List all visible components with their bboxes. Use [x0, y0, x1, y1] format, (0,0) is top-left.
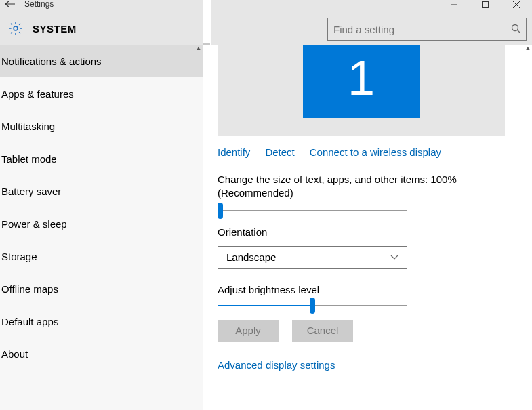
- sidebar-scroll-up-icon[interactable]: ▲: [195, 45, 203, 54]
- monitor-number: 1: [348, 50, 375, 106]
- sidebar-item-power-sleep[interactable]: Power & sleep: [0, 207, 203, 240]
- sidebar-item-label: Default apps: [1, 316, 58, 327]
- sidebar-item-storage[interactable]: Storage: [0, 240, 203, 272]
- sidebar-item-about[interactable]: About: [0, 337, 203, 370]
- detect-link[interactable]: Detect: [265, 146, 294, 158]
- sidebar-item-default-apps[interactable]: Default apps: [0, 305, 203, 337]
- orientation-dropdown[interactable]: Landscape: [218, 246, 407, 269]
- sidebar-item-label: Offline maps: [1, 283, 58, 295]
- title-bar: Settings: [0, 0, 532, 12]
- scale-slider[interactable]: [218, 210, 407, 211]
- svg-line-6: [518, 30, 520, 33]
- settings-icon: [7, 20, 24, 37]
- maximize-button[interactable]: [470, 0, 501, 11]
- sidebar: ▲ Notifications & actions Apps & feature…: [0, 45, 203, 410]
- apply-cancel-row: Apply Cancel: [218, 320, 532, 342]
- svg-point-5: [512, 24, 518, 30]
- brightness-label: Adjust brightness level: [218, 284, 532, 295]
- content-scroll-up-icon[interactable]: ▲: [524, 45, 532, 54]
- sidebar-item-tablet-mode[interactable]: Tablet mode: [0, 142, 203, 175]
- sidebar-item-battery-saver[interactable]: Battery saver: [0, 175, 203, 207]
- scale-label: Change the size of text, apps, and other…: [218, 173, 502, 201]
- sidebar-item-offline-maps[interactable]: Offline maps: [0, 272, 203, 305]
- svg-rect-1: [483, 2, 489, 8]
- sidebar-item-label: About: [1, 348, 28, 360]
- sidebar-item-label: Multitasking: [1, 121, 55, 132]
- sidebar-item-label: Notifications & actions: [1, 56, 102, 67]
- sidebar-item-label: Battery saver: [1, 186, 61, 197]
- chevron-down-icon: [390, 253, 398, 262]
- brightness-slider[interactable]: [218, 305, 407, 306]
- sidebar-item-apps-features[interactable]: Apps & features: [0, 77, 203, 110]
- orientation-value: Landscape: [226, 251, 276, 263]
- window-controls: [438, 0, 532, 11]
- search-box[interactable]: [327, 18, 527, 41]
- sidebar-item-label: Power & sleep: [1, 218, 67, 230]
- display-links-row: Identify Detect Connect to a wireless di…: [218, 146, 532, 158]
- search-input[interactable]: [333, 24, 511, 35]
- search-icon: [511, 24, 520, 35]
- identify-link[interactable]: Identify: [218, 146, 250, 158]
- display-preview: 1: [218, 45, 505, 136]
- sidebar-item-label: Apps & features: [1, 88, 74, 100]
- sidebar-item-label: Tablet mode: [1, 153, 57, 165]
- orientation-label: Orientation: [218, 226, 532, 238]
- sidebar-item-multitasking[interactable]: Multitasking: [0, 110, 203, 142]
- page-title: SYSTEM: [33, 23, 77, 35]
- advanced-display-link[interactable]: Advanced display settings: [218, 359, 335, 371]
- back-button[interactable]: [0, 0, 20, 8]
- cancel-button[interactable]: Cancel: [292, 320, 353, 342]
- svg-point-4: [14, 26, 18, 30]
- monitor-tile[interactable]: 1: [303, 45, 420, 118]
- close-button[interactable]: [501, 0, 532, 11]
- sidebar-item-label: Storage: [1, 251, 37, 262]
- content-pane: ▲ 1 Identify Detect Connect to a wireles…: [203, 45, 532, 410]
- sidebar-item-notifications[interactable]: Notifications & actions: [0, 45, 203, 77]
- apply-button[interactable]: Apply: [218, 320, 279, 342]
- minimize-button[interactable]: [438, 0, 470, 11]
- app-name: Settings: [20, 0, 54, 8]
- wireless-display-link[interactable]: Connect to a wireless display: [310, 146, 441, 158]
- header: SYSTEM: [0, 12, 532, 45]
